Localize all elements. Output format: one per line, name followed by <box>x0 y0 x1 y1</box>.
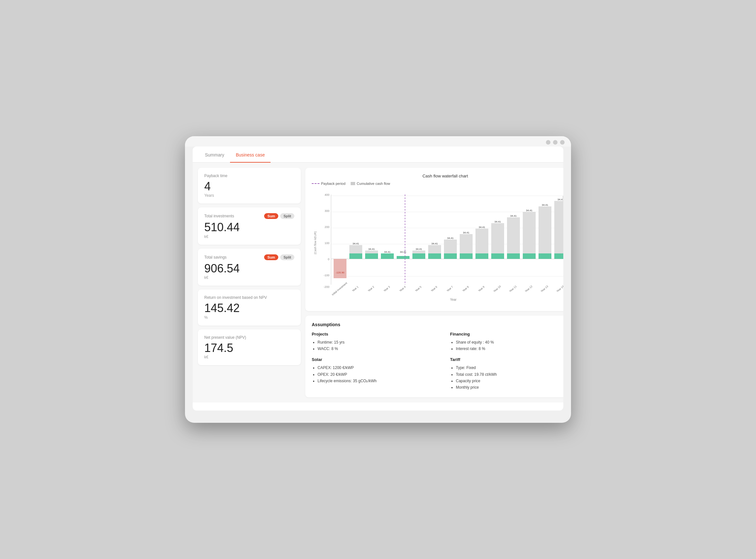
annual-bar-year3 <box>381 253 394 259</box>
financing-list: Share of equity : 40 % Interest rate: 8 … <box>450 339 563 352</box>
annual-bar-year9 <box>475 253 488 259</box>
svg-text:34.41: 34.41 <box>400 250 407 253</box>
projects-list: Runtime: 15 yrs WACC: 8 % <box>312 339 441 352</box>
tariff-item-2: Total cost: 19.78 ct/kWh <box>456 371 563 378</box>
annual-bar-year13 <box>539 253 551 259</box>
solar-title: Solar <box>312 357 441 362</box>
payback-time-card: Payback time 4 Years <box>198 168 301 204</box>
tab-summary[interactable]: Summary <box>199 147 230 163</box>
svg-text:34.41: 34.41 <box>431 242 438 245</box>
svg-text:Year 5: Year 5 <box>415 285 422 292</box>
svg-text:34.41: 34.41 <box>447 237 454 240</box>
svg-text:300: 300 <box>325 209 329 213</box>
tariff-list: Type: Fixed Total cost: 19.78 ct/kWh Cap… <box>450 364 563 391</box>
total-savings-card: Total savings Sum Split 906.54 k€ <box>198 249 301 286</box>
svg-text:Year: Year <box>450 298 457 301</box>
total-investments-split-badge[interactable]: Split <box>280 213 294 219</box>
solar-item-3: Lifecycle emissions: 35 gCO₂/kWh <box>317 378 441 384</box>
chart-card: Cash flow waterfall chart Payback period… <box>305 168 563 311</box>
annual-bar-year1 <box>349 253 362 259</box>
solar-list: CAPEX: 1200 €/kWP OPEX: 20 €/kWP Lifecyc… <box>312 364 441 384</box>
tab-business-case[interactable]: Business case <box>230 147 270 163</box>
left-panel: Payback time 4 Years Total investments S… <box>198 168 301 397</box>
chart-legend: Payback period Cumulative cash flow <box>312 182 563 185</box>
bar-initial-investment <box>334 259 347 278</box>
roi-npv-value: 145.42 <box>204 302 294 315</box>
total-savings-label: Total savings Sum Split <box>204 254 294 260</box>
solar-item-2: OPEX: 20 €/kWP <box>317 371 441 378</box>
total-savings-value: 906.54 <box>204 262 294 275</box>
svg-text:Year 14: Year 14 <box>556 285 563 293</box>
svg-text:34.41: 34.41 <box>558 198 563 201</box>
svg-text:34.41: 34.41 <box>542 203 548 206</box>
annual-bar-year14 <box>554 253 563 259</box>
svg-text:-100: -100 <box>324 274 329 277</box>
svg-text:400: 400 <box>325 193 329 196</box>
svg-text:34.41: 34.41 <box>479 226 486 229</box>
legend-payback-label: Payback period <box>321 182 346 185</box>
svg-text:Year 11: Year 11 <box>509 285 517 293</box>
svg-text:34.41: 34.41 <box>510 215 517 217</box>
tariff-title: Tariff <box>450 357 563 362</box>
legend-cashflow-box <box>351 182 355 185</box>
total-investments-sum-badge[interactable]: Sum <box>264 213 278 219</box>
total-investments-unit: k€ <box>204 234 294 239</box>
annual-bar-year10 <box>491 253 504 259</box>
npv-value: 174.5 <box>204 342 294 355</box>
svg-text:100: 100 <box>325 242 329 245</box>
chart-svg-container: 400 300 200 100 0 -100 -200 <box>312 188 563 305</box>
total-savings-badges: Sum Split <box>264 254 294 260</box>
svg-text:Year 1: Year 1 <box>352 285 359 292</box>
annual-bar-year11 <box>507 253 520 259</box>
total-investments-value: 510.44 <box>204 221 294 234</box>
device-frame: Summary Business case Payback time 4 Yea… <box>185 136 571 423</box>
cum-bar-year12 <box>523 212 536 259</box>
tab-bar: Summary Business case <box>193 147 563 163</box>
svg-text:34.41: 34.41 <box>526 209 533 212</box>
payback-time-unit: Years <box>204 193 294 198</box>
svg-text:-120.90: -120.90 <box>335 271 345 274</box>
total-investments-card: Total investments Sum Split 510.44 k€ <box>198 207 301 245</box>
svg-text:Year 3: Year 3 <box>383 285 391 292</box>
legend-cashflow: Cumulative cash flow <box>351 182 390 185</box>
financing-item-2: Interest rate: 8 % <box>456 345 563 352</box>
total-savings-split-badge[interactable]: Split <box>280 254 294 260</box>
svg-text:34.41: 34.41 <box>384 250 391 253</box>
tariff-item-3: Capacity price <box>456 378 563 384</box>
svg-text:Year 8: Year 8 <box>462 285 470 292</box>
legend-payback: Payback period <box>312 182 346 185</box>
projects-title: Projects <box>312 332 441 336</box>
svg-text:Year 13: Year 13 <box>540 285 549 293</box>
title-bar <box>185 136 571 147</box>
assumptions-grid: Projects Runtime: 15 yrs WACC: 8 % Finan… <box>312 332 563 391</box>
app-container: Summary Business case Payback time 4 Yea… <box>193 147 563 410</box>
roi-npv-unit: % <box>204 315 294 320</box>
svg-text:Year 2: Year 2 <box>368 285 375 292</box>
cum-bar-year14 <box>554 201 563 259</box>
financing-item-1: Share of equity : 40 % <box>456 339 563 345</box>
projects-section: Projects Runtime: 15 yrs WACC: 8 % <box>312 332 441 352</box>
npv-card: Net present value (NPV) 174.5 k€ <box>198 330 301 365</box>
roi-npv-label: Return on investment based on NPV <box>204 295 294 300</box>
total-investments-badges: Sum Split <box>264 213 294 219</box>
tariff-section: Tariff Type: Fixed Total cost: 19.78 ct/… <box>450 357 563 391</box>
project-item-2: WACC: 8 % <box>317 345 441 352</box>
solar-section: Solar CAPEX: 1200 €/kWP OPEX: 20 €/kWP L… <box>312 357 441 391</box>
financing-title: Financing <box>450 332 563 336</box>
svg-text:Year 7: Year 7 <box>446 285 454 292</box>
title-bar-dots <box>546 140 565 144</box>
npv-label: Net present value (NPV) <box>204 335 294 340</box>
total-investments-label: Total investments Sum Split <box>204 213 294 219</box>
npv-unit: k€ <box>204 355 294 359</box>
annual-bar-year8 <box>460 253 473 259</box>
annual-bar-year4 <box>397 256 409 259</box>
svg-text:34.41: 34.41 <box>494 220 501 223</box>
tariff-item-4: Monthly price <box>456 384 563 390</box>
right-panel: Cash flow waterfall chart Payback period… <box>305 168 563 397</box>
svg-text:-200: -200 <box>324 285 329 289</box>
total-savings-sum-badge[interactable]: Sum <box>264 254 278 260</box>
waterfall-chart: 400 300 200 100 0 -100 -200 <box>312 188 563 304</box>
svg-text:Initial investment: Initial investment <box>331 281 348 296</box>
svg-text:Year 12: Year 12 <box>524 285 533 293</box>
svg-text:34.41: 34.41 <box>463 231 470 234</box>
